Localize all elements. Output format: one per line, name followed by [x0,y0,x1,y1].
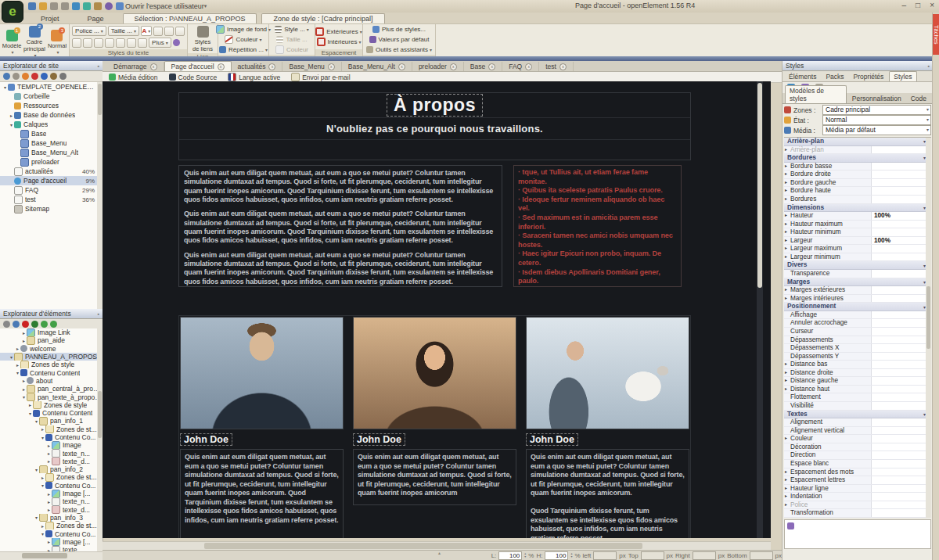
tree-item[interactable]: Zones de st... [0,473,103,481]
tree-item[interactable]: Ressources [0,101,103,110]
style-property-row[interactable]: Marges [784,278,931,287]
expand-arrow-icon[interactable] [27,402,33,407]
tab-selection[interactable]: Sélection : PANNEAU_A_PROPOS [123,13,257,23]
photo-1[interactable] [180,317,344,429]
ribbon-row-button[interactable]: Plus de styles... [372,25,426,34]
page-header-section[interactable]: À propos N'oubliez pas ce pourquoi nous … [178,92,691,160]
blue-ball-icon[interactable] [41,73,48,80]
splitter-handle-icon[interactable]: ▲ [437,551,441,555]
style-property-row[interactable]: Distance bas [784,361,931,369]
page-canvas[interactable]: À propos N'oubliez pas ce pourquoi nous … [103,81,771,538]
ribbon-big-button[interactable]: 2 Cadre principal [23,25,45,58]
tree-item[interactable]: texte_n... [0,497,103,505]
expand-arrow-icon[interactable] [21,338,27,343]
ribbon-row-button[interactable]: Taille ... [276,35,307,44]
style-property-row[interactable]: Distance droite [784,369,931,378]
style-property-row[interactable]: Espace blanc [784,460,931,468]
style-property-row[interactable]: Dépassements [784,336,931,345]
style-property-row[interactable]: Dépassements X [784,344,931,353]
style-property-row[interactable]: Transparence [784,270,931,278]
format-icon-button[interactable] [83,38,92,48]
tree-item[interactable]: actualités 40% [0,167,103,176]
panel-subtab[interactable]: Code [907,94,930,103]
panel-tab[interactable]: Éléments [785,72,820,81]
tree-item[interactable]: PANNEAU_A_PROPOS [0,353,103,361]
style-property-row[interactable]: Distance gauche [784,377,931,386]
team-member-text[interactable]: Quis enim aut eum diligat quem metuat, a… [180,449,344,538]
red-ball-icon[interactable] [31,73,38,80]
tree-item[interactable]: Base [0,129,103,138]
panel-subtab[interactable]: Personnalisation [848,94,905,103]
ribbon-row-button[interactable]: Couleur [225,35,261,44]
style-property-row[interactable]: Positionnement [784,303,931,311]
scrollbar-vertical[interactable] [97,82,103,309]
expand-arrow-icon[interactable] [9,122,14,127]
edit-pencil-icon[interactable] [94,2,102,10]
tree-item[interactable]: texte_d... [0,506,103,514]
folder-icon[interactable] [50,73,57,80]
team-card[interactable]: John Doe Quis enim aut eum diligat quem … [353,317,516,538]
context-dropdown[interactable]: Cadre principal [822,105,931,115]
close-tab-icon[interactable]: x [150,63,157,70]
link-styles-button[interactable]: Styles de liens [191,25,214,52]
tree-item[interactable]: pan_info_3 [0,514,103,522]
style-property-row[interactable]: Hauteur maximum [784,221,931,229]
photo-2[interactable] [353,317,516,429]
expand-arrow-icon[interactable] [27,411,33,416]
tree-item[interactable]: Contenu Co... [0,529,103,537]
tree-item[interactable]: Base de données [0,110,103,120]
expand-arrow-icon[interactable] [21,330,27,336]
expand-arrow-icon[interactable] [46,491,52,497]
close-tab-icon[interactable]: x [218,63,225,70]
intro-paragraphs[interactable]: Quis enim aut eum diligat quem metuat, a… [178,165,502,287]
undo-icon[interactable] [50,2,58,10]
tree-item[interactable]: Contenu Co... [0,482,103,490]
left-input[interactable] [593,551,617,560]
style-property-row[interactable]: Hauteur minimum [784,228,931,237]
edit-toolbar-button[interactable]: Média édition [109,74,158,81]
style-property-row[interactable]: Hauteur ligne [784,485,931,494]
more-formats-button[interactable]: Plus [149,38,171,48]
tree-item[interactable]: Sitemap [0,204,103,214]
tree-item[interactable]: Image Link [0,328,103,336]
tree-item[interactable]: Base_Menu [0,138,103,148]
style-property-row[interactable]: Police [784,501,931,510]
gray-ball-icon[interactable] [59,73,67,80]
close-tab-icon[interactable]: x [525,63,532,70]
style-property-row[interactable]: Largeur 100% [784,237,931,246]
style-property-row[interactable]: Bordure haute [784,187,931,196]
tree-item[interactable]: Image [... [0,538,103,546]
close-tab-icon[interactable]: x [488,63,495,70]
style-property-row[interactable]: Bordure gauche [784,179,931,188]
pin-icon[interactable]: ▪ [98,311,99,317]
dark-green-icon[interactable] [31,321,38,328]
close-button[interactable]: × [930,1,934,9]
expand-arrow-icon[interactable] [40,426,45,432]
document-tab[interactable]: Base_Menu_Alt x [342,62,412,71]
ribbon-big-button[interactable]: 3 Normal [47,29,67,55]
top-input[interactable] [641,551,664,560]
expand-arrow-icon[interactable] [34,467,39,472]
style-property-row[interactable]: Bordure droite [784,171,931,179]
tree-item[interactable]: FAQ 29% [0,185,103,195]
format-icon-button[interactable] [127,38,136,48]
team-member-name[interactable]: John Doe [353,433,405,446]
pin-icon[interactable]: ▪ [98,63,99,69]
expand-arrow-icon[interactable] [46,507,52,512]
intro-bullet-list[interactable]: tque, ut Tullius ait, ut etiam ferae fam… [513,165,682,287]
close-tab-icon[interactable]: x [559,63,567,70]
page-subtitle[interactable]: N'oubliez pas ce pourquoi nous travaillo… [326,123,543,135]
expand-arrow-icon[interactable] [34,418,39,424]
edit-toolbar-button[interactable]: Envoi par e-mail [291,73,350,81]
expand-arrow-icon[interactable] [40,483,45,488]
document-tab[interactable]: FAQ x [502,62,539,71]
team-member-text[interactable]: Quis enim aut eum diligat quem metuat, a… [353,449,516,505]
tree-item[interactable]: Page d'accueil 9% [0,176,103,185]
document-tab[interactable]: actualités x [232,62,283,71]
tab-zone-de-style[interactable]: Zone de style : [Cadre principal] [261,13,384,23]
style-property-row[interactable]: Flottement [784,393,931,402]
theme-icon[interactable] [105,2,113,10]
expand-arrow-icon[interactable] [21,394,27,400]
maximize-button[interactable]: □ [916,1,920,9]
orange-ball-icon[interactable] [22,73,29,80]
